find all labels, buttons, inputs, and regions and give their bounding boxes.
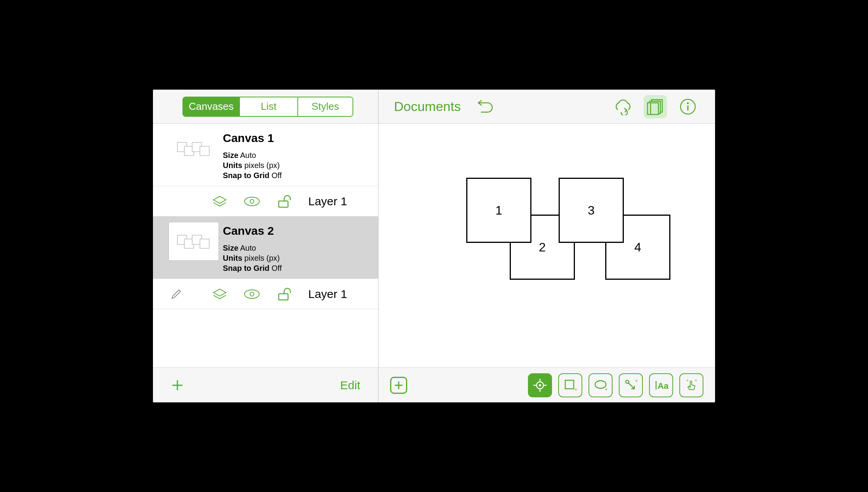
canvas-title: Canvas 1: [223, 132, 282, 145]
unlock-icon[interactable]: [277, 288, 293, 301]
svg-point-13: [245, 290, 259, 298]
tool-connector[interactable]: +: [619, 373, 643, 397]
svg-text:+: +: [686, 378, 689, 383]
cloud-sync-icon[interactable]: [611, 95, 634, 118]
canvases-panel-icon[interactable]: [644, 95, 667, 118]
canvas-meta: Size Auto Units pixels (px) Snap to Grid…: [223, 243, 282, 273]
tab-styles[interactable]: Styles: [298, 97, 352, 116]
sidebar-content: Canvas 1 Size Auto Units pixels (px) Sna…: [153, 124, 378, 367]
svg-line-38: [628, 383, 634, 389]
add-shape-button[interactable]: [390, 377, 407, 394]
sidebar: Canvases List Styles Canvas 1: [153, 90, 378, 402]
tool-rectangle[interactable]: +: [558, 373, 582, 397]
documents-button[interactable]: Documents: [394, 99, 461, 114]
svg-marker-12: [214, 289, 226, 296]
eye-icon[interactable]: [244, 289, 260, 299]
svg-point-6: [250, 199, 254, 203]
svg-point-23: [687, 102, 689, 104]
layer-name: Layer 1: [308, 288, 347, 301]
svg-rect-7: [279, 201, 288, 207]
svg-rect-15: [279, 294, 288, 300]
canvas-title: Canvas 2: [223, 224, 282, 237]
svg-text:+: +: [635, 378, 638, 384]
svg-text:+: +: [695, 378, 697, 383]
main-toolbar: Documents: [378, 90, 715, 124]
canvas-shape[interactable]: 3: [559, 178, 624, 243]
canvas-thumbnail: [168, 222, 219, 261]
layer-row[interactable]: Layer 1: [153, 279, 378, 309]
tool-tap[interactable]: ++: [679, 373, 703, 397]
tool-ellipse[interactable]: +: [589, 373, 613, 397]
edit-button[interactable]: Edit: [340, 379, 360, 392]
sidebar-segmented-control: Canvases List Styles: [182, 97, 353, 117]
svg-rect-3: [200, 146, 209, 156]
canvas-item[interactable]: Canvas 2 Size Auto Units pixels (px) Sna…: [153, 217, 378, 279]
svg-text:Aa: Aa: [658, 381, 668, 391]
tool-target[interactable]: [528, 373, 552, 397]
svg-point-37: [626, 380, 629, 383]
info-icon[interactable]: [676, 95, 700, 118]
svg-point-5: [245, 197, 259, 206]
undo-button[interactable]: [472, 95, 496, 118]
main-bottom-toolbar: + + + Aa ++: [378, 367, 715, 402]
tab-list[interactable]: List: [240, 97, 298, 116]
svg-marker-4: [214, 196, 226, 203]
layers-stack-icon[interactable]: [213, 196, 227, 207]
eye-icon[interactable]: [244, 196, 260, 206]
svg-text:+: +: [605, 387, 608, 392]
sidebar-tabs-bar: Canvases List Styles: [153, 90, 378, 124]
svg-rect-11: [200, 239, 209, 248]
canvas-info: Canvas 1 Size Auto Units pixels (px) Sna…: [223, 129, 282, 180]
canvas-thumbnail: [168, 129, 219, 168]
main-panel: Documents 1234: [378, 90, 715, 402]
layers-stack-icon[interactable]: [213, 288, 227, 300]
svg-rect-33: [565, 380, 574, 389]
canvas-area[interactable]: 1234: [378, 124, 715, 367]
canvas-info: Canvas 2 Size Auto Units pixels (px) Sna…: [223, 222, 282, 273]
tool-text[interactable]: Aa: [649, 373, 673, 397]
app-frame: Canvases List Styles Canvas 1: [151, 87, 717, 405]
svg-point-28: [539, 384, 541, 386]
svg-point-14: [250, 292, 254, 296]
unlock-icon[interactable]: [277, 195, 293, 208]
svg-text:+: +: [575, 387, 577, 392]
sidebar-bottom-bar: Edit: [153, 367, 378, 402]
canvas-item[interactable]: Canvas 1 Size Auto Units pixels (px) Sna…: [153, 124, 378, 186]
pencil-icon[interactable]: [170, 288, 182, 300]
svg-point-35: [595, 381, 606, 388]
canvas-meta: Size Auto Units pixels (px) Snap to Grid…: [223, 150, 282, 180]
layer-row[interactable]: Layer 1: [153, 186, 378, 217]
tab-canvases[interactable]: Canvases: [183, 97, 240, 116]
canvas-shape[interactable]: 1: [466, 178, 531, 243]
add-button[interactable]: [171, 379, 184, 392]
layer-name: Layer 1: [308, 195, 347, 208]
svg-rect-20: [648, 103, 658, 114]
